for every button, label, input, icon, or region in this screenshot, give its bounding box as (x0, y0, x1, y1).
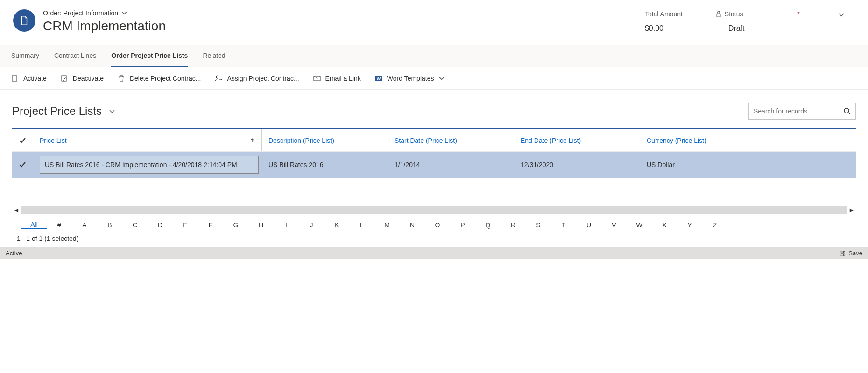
save-button[interactable]: Save (839, 250, 862, 257)
svg-rect-0 (12, 76, 17, 81)
scroll-right-arrow-icon[interactable]: ► (847, 206, 856, 214)
alpha-all[interactable]: All (21, 221, 47, 229)
alpha-f[interactable]: F (198, 221, 223, 229)
header-expand-button[interactable] (837, 10, 846, 19)
alpha-index: All # A B C D E F G H I J K L M N O P Q … (12, 214, 856, 232)
currency-cell: US Dollar (647, 161, 675, 169)
activate-button[interactable]: Activate (11, 75, 47, 82)
alpha-v[interactable]: V (601, 221, 627, 229)
alpha-l[interactable]: L (349, 221, 374, 229)
price-list-cell-text: US Bill Rates 2016 - CRM Implementation … (45, 161, 237, 169)
record-state: Active (6, 250, 22, 257)
chevron-down-icon (108, 107, 116, 115)
select-all-checkbox[interactable] (12, 137, 33, 144)
record-header: Order: Project Information CRM Implement… (0, 0, 868, 45)
alpha-i[interactable]: I (274, 221, 299, 229)
column-start-date-label: Start Date (Price List) (395, 137, 457, 144)
svg-point-7 (844, 108, 849, 113)
price-list-cell[interactable]: US Bill Rates 2016 - CRM Implementation … (40, 156, 259, 174)
alpha-c[interactable]: C (122, 221, 148, 229)
deactivate-icon (61, 75, 68, 82)
alpha-x[interactable]: X (652, 221, 677, 229)
column-currency[interactable]: Currency (Price List) (640, 129, 856, 151)
command-bar: Activate Deactivate Delete Project Contr… (0, 67, 868, 90)
column-description-label: Description (Price List) (268, 137, 334, 144)
check-icon (19, 161, 26, 169)
email-link-button[interactable]: Email a Link (313, 75, 361, 82)
divider (28, 250, 28, 257)
sort-asc-icon (249, 138, 255, 143)
status-value: Draft (715, 24, 800, 33)
row-checkbox[interactable] (12, 161, 33, 169)
email-icon (313, 75, 321, 82)
assign-icon (215, 75, 222, 82)
horizontal-scrollbar[interactable]: ◄ ► (12, 206, 856, 214)
document-icon (19, 15, 29, 26)
alpha-a[interactable]: A (72, 221, 97, 229)
deactivate-button[interactable]: Deactivate (61, 75, 104, 82)
svg-line-8 (848, 113, 850, 114)
delete-label: Delete Project Contrac... (130, 75, 201, 82)
svg-point-3 (216, 76, 219, 78)
search-icon (843, 107, 851, 115)
breadcrumb[interactable]: Order: Project Information (43, 9, 645, 17)
column-end-date[interactable]: End Date (Price List) (514, 129, 640, 151)
breadcrumb-text: Order: Project Information (43, 9, 118, 17)
record-entity-icon (13, 9, 35, 32)
alpha-t[interactable]: T (551, 221, 576, 229)
alpha-h[interactable]: H (248, 221, 274, 229)
page-title: CRM Implementation (43, 19, 645, 34)
header-field-total-amount: Total Amount $0.00 (645, 10, 683, 33)
alpha-k[interactable]: K (324, 221, 349, 229)
alpha-z[interactable]: Z (702, 221, 727, 229)
scroll-track[interactable] (21, 206, 847, 214)
word-templates-button[interactable]: W Word Templates (375, 75, 445, 82)
alpha-m[interactable]: M (374, 221, 400, 229)
tab-order-project-price-lists[interactable]: Order Project Price Lists (111, 45, 188, 67)
alpha-j[interactable]: J (299, 221, 324, 229)
table-row[interactable]: US Bill Rates 2016 - CRM Implementation … (12, 152, 856, 178)
required-asterisk-icon: * (797, 10, 800, 18)
alpha-b[interactable]: B (97, 221, 122, 229)
column-price-list[interactable]: Price List (33, 129, 261, 151)
tab-related[interactable]: Related (203, 45, 225, 67)
alpha-g[interactable]: G (223, 221, 248, 229)
tab-summary[interactable]: Summary (11, 45, 39, 67)
scroll-left-arrow-icon[interactable]: ◄ (12, 206, 21, 214)
column-start-date[interactable]: Start Date (Price List) (388, 129, 514, 151)
alpha-o[interactable]: O (425, 221, 450, 229)
alpha-q[interactable]: Q (475, 221, 501, 229)
price-list-grid: Price List Description (Price List) Star… (12, 128, 856, 247)
section-title[interactable]: Project Price Lists (12, 105, 116, 118)
column-description[interactable]: Description (Price List) (261, 129, 388, 151)
alpha-hash[interactable]: # (47, 221, 72, 229)
tab-contract-lines[interactable]: Contract Lines (54, 45, 96, 67)
svg-rect-1 (62, 76, 66, 81)
alpha-n[interactable]: N (400, 221, 425, 229)
alpha-w[interactable]: W (627, 221, 652, 229)
status-bar: Active Save (0, 247, 868, 259)
alpha-p[interactable]: P (450, 221, 475, 229)
assign-button[interactable]: Assign Project Contrac... (215, 75, 299, 82)
alpha-r[interactable]: R (501, 221, 526, 229)
alpha-d[interactable]: D (148, 221, 173, 229)
alpha-u[interactable]: U (576, 221, 601, 229)
records-search[interactable] (748, 103, 856, 120)
header-field-status: Status * Draft (715, 10, 800, 33)
search-input[interactable] (754, 107, 843, 115)
activate-icon (11, 75, 19, 82)
status-label: Status (725, 10, 743, 18)
alpha-e[interactable]: E (173, 221, 198, 229)
start-date-cell: 1/1/2014 (395, 161, 420, 169)
column-currency-label: Currency (Price List) (647, 137, 706, 144)
alpha-y[interactable]: Y (677, 221, 702, 229)
column-price-list-label: Price List (40, 137, 67, 144)
svg-line-2 (63, 77, 66, 81)
alpha-s[interactable]: S (526, 221, 551, 229)
description-cell: US Bill Rates 2016 (268, 161, 324, 169)
email-label: Email a Link (325, 75, 361, 82)
delete-button[interactable]: Delete Project Contrac... (118, 75, 201, 82)
check-icon (19, 137, 26, 144)
total-amount-value: $0.00 (645, 24, 683, 33)
column-end-date-label: End Date (Price List) (521, 137, 581, 144)
